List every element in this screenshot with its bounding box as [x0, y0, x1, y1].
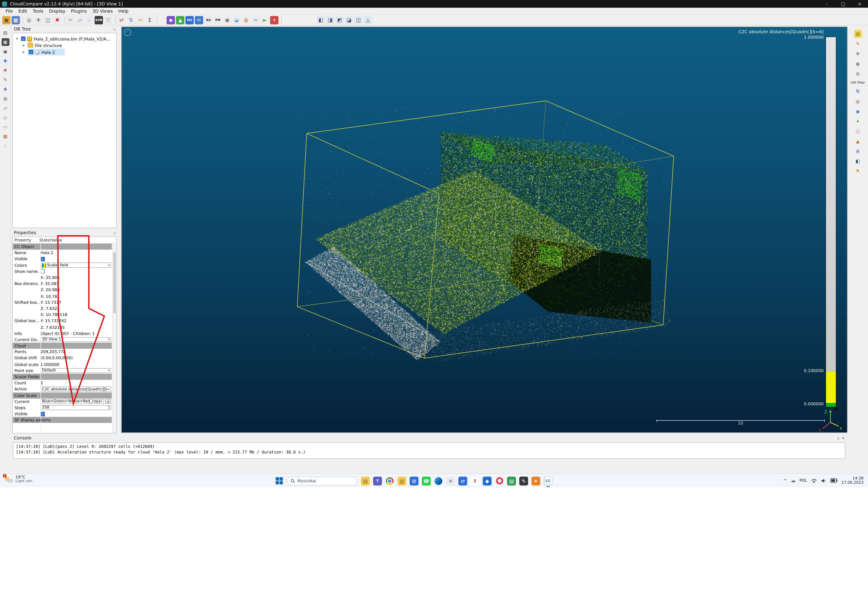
prop-checkbox[interactable]: ✓	[40, 412, 45, 416]
taskbar-app-notes[interactable]: ▤	[507, 476, 516, 485]
plugin-fm-icon[interactable]: FM	[214, 16, 222, 24]
align-icon[interactable]: ⇅	[127, 16, 135, 24]
plugin-m3c2-icon[interactable]: M3	[185, 16, 194, 24]
zoom-icon[interactable]: ◎	[25, 16, 33, 24]
onedrive-icon[interactable]: ☁	[791, 478, 796, 483]
register-icon[interactable]: ⇄	[117, 16, 126, 24]
spinner[interactable]: ▴▾	[108, 406, 110, 410]
taskbar-app-edge[interactable]	[434, 476, 443, 485]
target-icon[interactable]: ◎	[854, 98, 862, 105]
plugin-animation-icon[interactable]: ►	[260, 16, 269, 24]
mesh-icon[interactable]: ▦	[2, 132, 9, 140]
minimize-button[interactable]: –	[818, 0, 835, 8]
ortho-view-icon[interactable]: ◧	[317, 16, 325, 24]
expand-icon[interactable]: ▸	[23, 50, 26, 54]
taskbar-app-opera[interactable]	[495, 476, 504, 485]
front-view-icon[interactable]: ◨	[326, 16, 334, 24]
taskbar-app-zotero[interactable]: Z	[471, 476, 479, 485]
prop-dropdown[interactable]: 3D View 1▾	[40, 337, 111, 342]
points-icon[interactable]: ∴	[2, 142, 9, 149]
taskbar-app-teams[interactable]: T	[373, 476, 382, 485]
menu-tools[interactable]: Tools	[30, 8, 46, 14]
visibility-checkbox[interactable]: ✓	[29, 50, 33, 54]
sphere-tool-icon[interactable]: ●	[854, 60, 862, 67]
magnifier-icon[interactable]: ◎	[2, 95, 9, 102]
plugin-kd-icon[interactable]: Kd	[205, 16, 213, 24]
plugin-qcanupo-icon[interactable]: ◆	[167, 16, 175, 24]
segment-icon[interactable]: ✂	[67, 16, 75, 24]
prop-dropdown[interactable]: Blue>Green>Yellow>Red_copy▾	[40, 399, 104, 404]
pivot-icon[interactable]: ✖	[2, 67, 9, 74]
steps-input[interactable]: 258▴▾	[40, 405, 111, 410]
noise-filter-icon[interactable]: ▽	[104, 16, 112, 24]
screenshot-icon[interactable]: ◉	[2, 48, 9, 56]
close-button[interactable]: ×	[851, 0, 868, 8]
plugin-ransac-icon[interactable]: ◍	[242, 16, 250, 24]
leaf-icon[interactable]: ✦	[854, 117, 862, 125]
tree-item-root[interactable]: ▾ ✓ Hala_2_obliczona.bin (F:/Hala_V2/Ana…	[16, 36, 111, 42]
pick-point-icon[interactable]: ✛	[34, 16, 43, 24]
menu-plugins[interactable]: Plugins	[68, 8, 90, 14]
right-view-icon[interactable]: ◪	[345, 16, 353, 24]
flag-icon[interactable]: ⚑	[854, 167, 862, 175]
box-tool-icon[interactable]: ◧	[854, 157, 862, 165]
taskbar-app-utility[interactable]: ✦	[532, 476, 540, 485]
battery-icon[interactable]	[830, 478, 837, 483]
prop-dropdown[interactable]: C2C absolute distances[Quadric][k=▾	[40, 387, 111, 392]
globe-icon[interactable]: ◉	[854, 107, 862, 115]
sor-filter-icon[interactable]: SOR	[95, 16, 103, 24]
notes-icon[interactable]: ▤	[854, 30, 862, 37]
volume-icon[interactable]	[821, 478, 826, 483]
menu-edit[interactable]: Edit	[16, 8, 30, 14]
open-icon[interactable]: ▣	[2, 16, 11, 24]
tray-expand-icon[interactable]: ^	[783, 478, 787, 483]
zoom-fit-icon[interactable]: ✚	[2, 57, 9, 65]
menu-file[interactable]: File	[3, 8, 16, 14]
prop-checkbox[interactable]: ✓	[40, 257, 45, 261]
taskbar-app-whatsapp[interactable]: ☎	[422, 476, 431, 485]
cone-icon[interactable]: ▲	[854, 137, 862, 145]
search-box[interactable]: Wyszukaj	[287, 476, 358, 485]
plugin-csf-icon[interactable]: ▲	[176, 16, 184, 24]
tree-item-hala2[interactable]: ▸ ✓ Hala 2	[23, 49, 65, 56]
taskbar-app-settings[interactable]: ✳	[446, 476, 455, 485]
taskbar-app-explorer[interactable]: ▤	[361, 476, 370, 485]
taskbar-app-folder[interactable]: ▥	[397, 476, 406, 485]
iso-view-icon[interactable]: △	[364, 16, 372, 24]
tree-item-file-structure[interactable]: ▸ File structure	[23, 42, 62, 49]
menu-3d-views[interactable]: 3D Views	[90, 8, 116, 14]
taskbar-app-cloudcompare[interactable]: CC	[544, 476, 552, 485]
left-view-icon[interactable]: ◩	[335, 16, 344, 24]
expand-icon[interactable]: ▸	[23, 43, 26, 48]
distance-icon[interactable]: ↔	[136, 16, 144, 24]
visibility-checkbox[interactable]: ✓	[21, 37, 26, 41]
layers-icon[interactable]: ≣	[854, 147, 862, 155]
taskbar-app-gimp[interactable]: ✎	[519, 476, 528, 485]
camera-icon[interactable]: ▣	[2, 38, 9, 46]
cube-icon[interactable]: ◇	[2, 113, 9, 121]
subsample-icon[interactable]: ∴	[85, 16, 94, 24]
gear-icon[interactable]: ✳	[105, 399, 111, 404]
statistics-icon[interactable]: Σ	[146, 16, 154, 24]
plugin-classify-icon[interactable]: Cl	[195, 16, 203, 24]
weather-widget[interactable]: 1 19°C Light rain	[5, 475, 33, 483]
language-indicator[interactable]: POL	[800, 478, 807, 483]
point-cloud-canvas[interactable]	[122, 27, 848, 433]
save-icon[interactable]: ▦	[11, 16, 20, 24]
plugin-srs-icon[interactable]: S	[270, 16, 279, 24]
clipping-icon[interactable]: ▱	[2, 104, 9, 112]
viewport-3d[interactable]: ◠ C2C absolute distances[Quadric][k=6] 1…	[121, 27, 848, 433]
taskbar-app-chrome[interactable]	[385, 476, 394, 485]
clock[interactable]: 14:38 17.06.2023	[841, 476, 863, 485]
expand-icon[interactable]: ▾	[16, 37, 19, 41]
taskbar-app-translator[interactable]: ⇄	[459, 476, 467, 485]
maximize-button[interactable]: □	[835, 0, 851, 8]
selected-row-highlight[interactable]: ✓ Hala 2	[28, 49, 65, 56]
measure-icon[interactable]: ✎	[854, 40, 862, 48]
mesh-tool-icon[interactable]: ◍	[854, 70, 862, 77]
console-toggle-icon[interactable]: ▤	[2, 29, 9, 36]
plugin-poisson-icon[interactable]: ◒	[232, 16, 241, 24]
crop-icon[interactable]: ▱	[76, 16, 84, 24]
undock-panel-icon[interactable]: ▫	[113, 27, 116, 31]
palette-icon[interactable]: ❖	[2, 85, 9, 93]
